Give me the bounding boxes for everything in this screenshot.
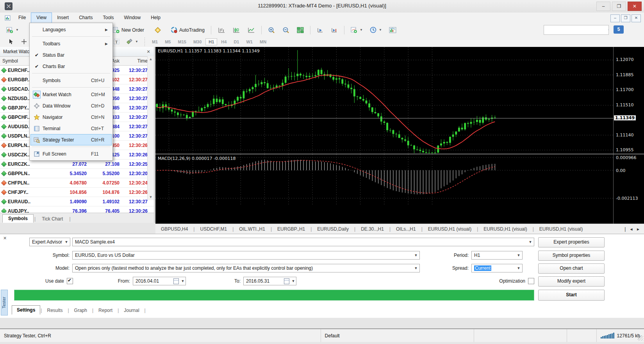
view-menu-item-toolbars[interactable]: Toolbars▶ [30, 38, 112, 49]
chart-tab-8[interactable]: EURUSD,H1 (visual) [478, 226, 532, 232]
crosshair-tool-button[interactable] [19, 37, 29, 46]
period-select[interactable]: H1▼ [471, 251, 523, 260]
notifications-icon[interactable]: 5 [614, 25, 624, 34]
chart-tab-scroll-arrows[interactable]: | ◂ ▸ [624, 226, 644, 232]
resize-grip[interactable] [638, 335, 643, 341]
timeframe-m30-button[interactable]: M30 [190, 38, 205, 45]
timeframe-d1-button[interactable]: D1 [230, 38, 242, 45]
symbol-select[interactable]: EURUSD, Euro vs US Dollar▼ [72, 251, 420, 260]
timeframe-h1-button[interactable]: H1 [205, 38, 217, 45]
expert-properties-button[interactable]: Expert properties [538, 237, 605, 247]
market-watch-row[interactable]: CHFJPY..104.856104.87612:30:26 [0, 188, 154, 197]
chart-tab-4[interactable]: EURUSD,Daily [312, 226, 354, 232]
close-button[interactable]: ✕ [628, 2, 642, 11]
shapes-tool-button[interactable]: ▼ [124, 37, 141, 46]
symbol-properties-button[interactable]: Symbol properties [538, 251, 605, 261]
view-menu-item-strategy-tester[interactable]: Strategy TesterCtrl+R [30, 134, 112, 145]
tester-tab-graph[interactable]: Graph [70, 306, 92, 315]
view-menu-item-data-window[interactable]: Data WindowCtrl+D [30, 100, 112, 111]
tester-tab-results[interactable]: Results [42, 306, 67, 315]
chart-tab-5[interactable]: DE.30..,H1 [355, 226, 389, 232]
chart-tab-0[interactable]: GBPUSD,H4 [155, 226, 193, 232]
mdi-restore-button[interactable]: ❐ [621, 14, 630, 22]
chart-template-button[interactable] [387, 25, 399, 35]
zoom-out-button[interactable] [280, 25, 292, 35]
market-watch-tab-symbols[interactable]: Symbols [2, 214, 34, 223]
view-menu-item-market-watch[interactable]: Market WatchCtrl+M [30, 89, 112, 100]
timeframe-m5-button[interactable]: M5 [162, 38, 174, 45]
new-order-button[interactable]: New Order [111, 25, 146, 35]
menu-insert[interactable]: Insert [52, 13, 74, 23]
view-menu-item-symbols[interactable]: SymbolsCtrl+U [30, 75, 112, 86]
mdi-close-button[interactable]: ✕ [632, 14, 641, 22]
timeframe-h4-button[interactable]: H4 [218, 38, 230, 45]
deposit-icon[interactable] [152, 25, 164, 35]
view-menu-item-terminal[interactable]: TerminalCtrl+T [30, 123, 112, 134]
column-header-time[interactable]: Time [120, 57, 149, 65]
tile-windows-button[interactable] [294, 25, 306, 35]
text-tool-button[interactable]: T [111, 37, 122, 46]
view-menu-item-full-screen[interactable]: Full ScreenF11 [30, 148, 112, 159]
chart-window[interactable]: EURUSD,H1 1.11357 1.11383 1.11344 1.1134… [155, 47, 644, 224]
tester-tab-journal[interactable]: Journal [119, 306, 144, 315]
menu-charts[interactable]: Charts [74, 13, 98, 23]
to-date-field[interactable]: 2016.05.31▼ [243, 277, 296, 285]
market-watch-row[interactable]: EURAUD..1.490901.4910212:30:27 [0, 197, 154, 206]
scroll-down-icon[interactable]: ▼ [148, 194, 154, 200]
from-date-field[interactable]: 2016.04.01▼ [133, 277, 186, 285]
chart-tab-9[interactable]: EURUSD,H1 (visual) [534, 226, 588, 232]
menu-file[interactable]: File [13, 13, 31, 23]
skip-forward-button[interactable] [328, 25, 340, 35]
zoom-in-button[interactable] [266, 25, 278, 35]
cursor-tool-button[interactable] [6, 37, 16, 46]
tester-tab-report[interactable]: Report [94, 306, 117, 315]
menu-window[interactable]: Window [119, 13, 146, 23]
optimization-checkbox[interactable] [528, 278, 534, 284]
search-input[interactable] [544, 26, 608, 34]
period-clock-button[interactable]: ▼ [367, 25, 384, 35]
market-watch-close-icon[interactable]: ✕ [145, 48, 152, 55]
main-chart-plot[interactable]: EURUSD,H1 1.11357 1.11383 1.11344 1.1134… [155, 47, 613, 153]
search-icon[interactable] [608, 27, 608, 33]
modify-expert-button[interactable]: Modify expert [538, 276, 605, 287]
market-watch-row[interactable]: EURCZK..27.07227.10812:30:25 [0, 159, 154, 169]
chart-tab-7[interactable]: EURUSD,H1 (visual) [423, 226, 477, 232]
tester-close-icon[interactable]: ✕ [3, 236, 7, 241]
scroll-up-icon[interactable]: ▲ [148, 56, 154, 62]
view-menu-item-languages[interactable]: Languages▶ [30, 24, 112, 35]
step-forward-button[interactable] [314, 25, 326, 35]
menu-help[interactable]: Help [146, 13, 166, 23]
tester-tab-settings[interactable]: Settings [12, 305, 40, 315]
macd-plot[interactable]: MACD(12,26,9) 0.000017 -0.000118 [155, 154, 613, 206]
use-date-checkbox[interactable] [67, 278, 73, 284]
menu-view[interactable]: View [31, 13, 52, 23]
timeframe-m15-button[interactable]: M15 [175, 38, 189, 45]
mdi-minimize-button[interactable]: – [610, 14, 620, 22]
timeframe-w1-button[interactable]: W1 [243, 38, 256, 45]
chart-tab-6[interactable]: OILs..,H1 [391, 226, 421, 232]
chart-tab-2[interactable]: OIL.WTI.,H1 [234, 226, 271, 232]
spread-select[interactable]: Current▼ [471, 264, 523, 272]
new-chart-button[interactable]: ▼ [4, 25, 21, 35]
expert-select[interactable]: MACD Sample.ex4▼ [72, 238, 534, 246]
timeframe-m1-button[interactable]: M1 [149, 38, 161, 45]
start-button[interactable]: Start [538, 290, 605, 301]
maximize-button[interactable]: ❐ [612, 2, 626, 11]
view-menu-item-status-bar[interactable]: ✔Status Bar [30, 49, 112, 61]
bar-chart-button[interactable] [215, 25, 228, 35]
line-chart-button[interactable] [245, 25, 257, 35]
chart-tab-1[interactable]: USDCHF,M1 [194, 226, 232, 232]
expert-type-select[interactable]: Expert Advisor▼ [29, 238, 70, 246]
model-select[interactable]: Open prices only (fastest method to anal… [72, 264, 420, 272]
market-watch-tab-tick-chart[interactable]: Tick Chart [36, 215, 68, 223]
candlestick-chart-button[interactable] [230, 25, 243, 35]
chart-tab-3[interactable]: EURGBP.,H1 [272, 226, 310, 232]
add-indicator-button[interactable]: ▼ [348, 25, 365, 35]
market-watch-scrollbar[interactable]: ▲ ▼ [147, 56, 154, 200]
market-watch-row[interactable]: GBPPLN..5.345205.3520012:30:20 [0, 169, 154, 178]
minimize-button[interactable]: – [596, 2, 610, 11]
open-chart-button[interactable]: Open chart [538, 263, 605, 274]
tester-vertical-tab[interactable]: Tester [1, 290, 8, 315]
view-menu-item-charts-bar[interactable]: ✔Charts Bar [30, 61, 112, 72]
market-watch-row[interactable]: CHFPLN..4.067804.0725012:30:24 [0, 178, 154, 188]
